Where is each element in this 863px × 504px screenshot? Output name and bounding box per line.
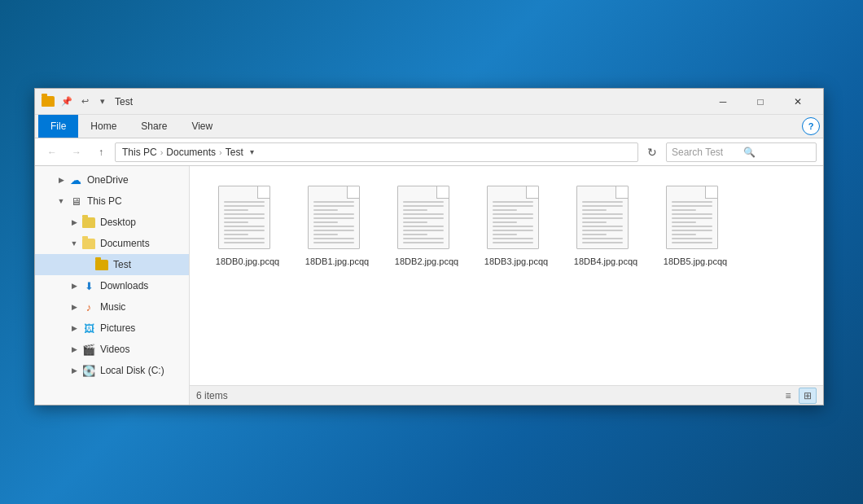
tab-share[interactable]: Share (129, 115, 179, 138)
expand-icon-test: ▶ (81, 258, 94, 271)
sidebar-item-onedrive[interactable]: ▶ ☁ OneDrive (35, 169, 189, 191)
tab-view[interactable]: View (179, 115, 225, 138)
expand-icon-music: ▶ (68, 300, 81, 313)
ribbon-tabs: File Home Share View ? (35, 115, 823, 138)
title-bar-controls: ─ □ ✕ (704, 89, 817, 115)
minimize-button[interactable]: ─ (704, 89, 742, 115)
address-path[interactable]: This PC › Documents › Test ▾ (115, 142, 638, 162)
file-name-2: 18DB2.jpg.pcqq (395, 256, 458, 267)
localdisk-icon: 💽 (81, 362, 97, 379)
address-dropdown-button[interactable]: ▾ (243, 142, 261, 162)
expand-icon-documents: ▼ (68, 237, 81, 250)
quick-access-toolbar: 📌 ↩ ▾ (59, 94, 110, 109)
main-area: ▶ ☁ OneDrive ▼ 🖥 This PC ▶ Des (35, 166, 823, 405)
status-bar: 6 items ≡ ⊞ (190, 385, 823, 405)
sidebar-label-videos: Videos (100, 344, 129, 355)
status-count: 6 items (196, 390, 228, 401)
expand-icon-videos: ▶ (68, 343, 81, 356)
thispc-icon: 🖥 (68, 193, 84, 209)
expand-icon-desktop: ▶ (68, 216, 81, 229)
file-item[interactable]: 18DB0.jpg.pcqq (203, 179, 292, 274)
view-details-button[interactable]: ≡ (779, 388, 797, 404)
tab-home[interactable]: Home (78, 115, 129, 138)
sidebar-item-music[interactable]: ▶ ♪ Music (35, 296, 189, 318)
breadcrumb: This PC › Documents › Test (122, 147, 243, 158)
crumb-documents[interactable]: Documents (166, 147, 216, 158)
content-area: 18DB0.jpg.pcqq 18DB1.jpg. (190, 166, 823, 405)
title-bar-left: 📌 ↩ ▾ Test (42, 94, 133, 109)
maximize-button[interactable]: □ (742, 89, 779, 115)
ribbon: File Home Share View ? (35, 115, 823, 138)
sidebar-item-downloads[interactable]: ▶ ⬇ Downloads (35, 275, 189, 296)
undo-button[interactable]: ↩ (77, 94, 92, 109)
file-item[interactable]: 18DB1.jpg.pcqq (292, 179, 382, 274)
file-name-5: 18DB5.jpg.pcqq (664, 256, 727, 267)
sidebar-label-onedrive: OneDrive (87, 174, 129, 186)
sidebar-label-desktop: Desktop (100, 217, 136, 228)
file-icon-1 (308, 186, 366, 251)
pin-button[interactable]: 📌 (59, 94, 74, 109)
file-explorer-window: 📌 ↩ ▾ Test ─ □ ✕ File Home Share View ? … (34, 88, 824, 405)
music-icon: ♪ (81, 299, 97, 315)
sidebar-label-test: Test (113, 259, 131, 270)
view-buttons: ≡ ⊞ (779, 388, 817, 404)
ribbon-help: ? (802, 115, 820, 138)
up-button[interactable]: ↑ (90, 142, 112, 163)
search-box[interactable]: Search Test 🔍 (666, 142, 817, 162)
sidebar-label-music: Music (100, 301, 125, 313)
pictures-icon: 🖼 (81, 320, 97, 336)
file-icon-5 (666, 186, 725, 251)
search-placeholder: Search Test (672, 147, 740, 158)
close-button[interactable]: ✕ (779, 89, 817, 115)
crumb-sep-2: › (219, 147, 222, 157)
file-grid: 18DB0.jpg.pcqq 18DB1.jpg. (190, 166, 823, 385)
file-item[interactable]: 18DB4.jpg.pcqq (561, 179, 651, 274)
expand-icon-localdisk: ▶ (68, 364, 81, 377)
file-name-4: 18DB4.jpg.pcqq (574, 256, 637, 267)
sidebar-item-localdisk[interactable]: ▶ 💽 Local Disk (C:) (35, 360, 189, 381)
desktop-icon (81, 214, 97, 230)
test-icon (94, 256, 110, 273)
videos-icon: 🎬 (81, 341, 97, 357)
expand-icon-onedrive: ▶ (55, 173, 68, 186)
sidebar-label-thispc: This PC (87, 195, 122, 207)
qat-dropdown-button[interactable]: ▾ (95, 94, 110, 109)
window-title: Test (115, 96, 133, 107)
downloads-icon: ⬇ (81, 278, 97, 294)
file-item[interactable]: 18DB5.jpg.pcqq (651, 179, 740, 274)
file-item[interactable]: 18DB2.jpg.pcqq (382, 179, 471, 274)
file-name-1: 18DB1.jpg.pcqq (305, 256, 369, 267)
sidebar-item-desktop[interactable]: ▶ Desktop (35, 212, 189, 233)
forward-button[interactable]: → (66, 142, 87, 163)
file-icon-0 (218, 186, 277, 251)
onedrive-icon: ☁ (68, 172, 84, 188)
address-bar: ← → ↑ This PC › Documents › Test ▾ ↻ Sea… (35, 138, 823, 166)
expand-icon-pictures: ▶ (68, 322, 81, 335)
refresh-button[interactable]: ↻ (642, 142, 663, 163)
file-name-0: 18DB0.jpg.pcqq (216, 256, 279, 267)
sidebar-item-thispc[interactable]: ▼ 🖥 This PC (35, 191, 189, 212)
back-button[interactable]: ← (42, 142, 63, 163)
sidebar-label-documents: Documents (100, 238, 150, 249)
sidebar-label-downloads: Downloads (100, 280, 148, 291)
sidebar: ▶ ☁ OneDrive ▼ 🖥 This PC ▶ Des (35, 166, 190, 405)
search-icon[interactable]: 🔍 (743, 147, 812, 158)
tab-file[interactable]: File (38, 115, 78, 138)
crumb-thispc[interactable]: This PC (122, 147, 157, 158)
view-large-button[interactable]: ⊞ (799, 388, 817, 404)
file-name-3: 18DB3.jpg.pcqq (484, 256, 548, 267)
crumb-test[interactable]: Test (226, 147, 243, 158)
expand-icon-downloads: ▶ (68, 279, 81, 292)
file-item[interactable]: 18DB3.jpg.pcqq (471, 179, 561, 274)
file-icon-4 (576, 186, 635, 251)
title-bar: 📌 ↩ ▾ Test ─ □ ✕ (35, 89, 823, 115)
sidebar-item-pictures[interactable]: ▶ 🖼 Pictures (35, 318, 189, 339)
sidebar-item-test[interactable]: ▶ Test (35, 254, 189, 275)
sidebar-item-videos[interactable]: ▶ 🎬 Videos (35, 339, 189, 360)
sidebar-label-localdisk: Local Disk (C:) (100, 365, 164, 376)
expand-icon-thispc: ▼ (55, 195, 68, 208)
help-button[interactable]: ? (802, 117, 820, 135)
folder-title-icon (42, 95, 55, 108)
sidebar-item-documents[interactable]: ▼ Documents (35, 233, 189, 254)
sidebar-label-pictures: Pictures (100, 322, 135, 334)
